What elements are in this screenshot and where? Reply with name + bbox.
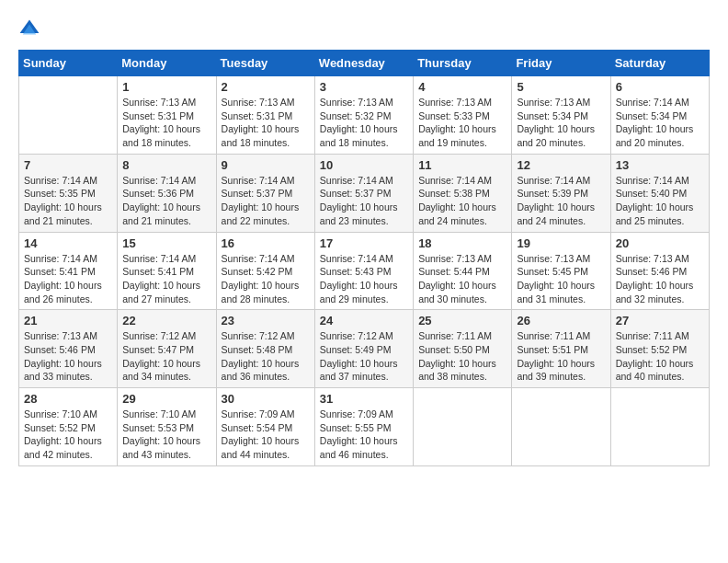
day-info: Sunrise: 7:14 AMSunset: 5:36 PMDaylight:… [122, 174, 210, 228]
day-info: Sunrise: 7:14 AMSunset: 5:40 PMDaylight:… [616, 174, 704, 228]
calendar-cell: 18Sunrise: 7:13 AMSunset: 5:44 PMDayligh… [414, 232, 512, 310]
day-number: 29 [122, 392, 210, 406]
day-info: Sunrise: 7:13 AMSunset: 5:45 PMDaylight:… [517, 252, 605, 306]
day-number: 28 [24, 392, 112, 406]
day-number: 22 [122, 314, 210, 327]
day-number: 2 [222, 80, 310, 94]
calendar-table: SundayMondayTuesdayWednesdayThursdayFrid… [18, 50, 710, 466]
calendar-cell: 13Sunrise: 7:14 AMSunset: 5:40 PMDayligh… [610, 154, 709, 232]
calendar-cell: 22Sunrise: 7:12 AMSunset: 5:47 PMDayligh… [118, 310, 216, 388]
calendar-cell [19, 76, 118, 155]
day-info: Sunrise: 7:13 AMSunset: 5:34 PMDaylight:… [517, 96, 605, 150]
week-row-4: 21Sunrise: 7:13 AMSunset: 5:46 PMDayligh… [19, 310, 710, 388]
day-number: 26 [517, 314, 605, 327]
calendar-cell: 4Sunrise: 7:13 AMSunset: 5:33 PMDaylight… [414, 76, 512, 155]
day-number: 20 [616, 236, 704, 250]
calendar-cell: 30Sunrise: 7:09 AMSunset: 5:54 PMDayligh… [216, 388, 314, 466]
day-number: 3 [320, 80, 408, 94]
calendar-cell: 15Sunrise: 7:14 AMSunset: 5:41 PMDayligh… [118, 232, 216, 310]
calendar-cell: 29Sunrise: 7:10 AMSunset: 5:53 PMDayligh… [118, 388, 216, 466]
day-info: Sunrise: 7:14 AMSunset: 5:41 PMDaylight:… [24, 252, 112, 306]
day-number: 24 [320, 314, 408, 327]
calendar-cell [414, 388, 512, 466]
day-number: 19 [517, 236, 605, 250]
day-info: Sunrise: 7:12 AMSunset: 5:49 PMDaylight:… [320, 329, 408, 384]
day-info: Sunrise: 7:13 AMSunset: 5:32 PMDaylight:… [320, 96, 408, 150]
calendar-cell: 14Sunrise: 7:14 AMSunset: 5:41 PMDayligh… [19, 232, 118, 310]
day-number: 7 [24, 158, 112, 172]
calendar-cell: 2Sunrise: 7:13 AMSunset: 5:31 PMDaylight… [216, 76, 314, 155]
day-info: Sunrise: 7:10 AMSunset: 5:53 PMDaylight:… [122, 408, 210, 462]
calendar-cell: 28Sunrise: 7:10 AMSunset: 5:52 PMDayligh… [19, 388, 118, 466]
calendar-cell: 26Sunrise: 7:11 AMSunset: 5:51 PMDayligh… [512, 310, 610, 388]
day-info: Sunrise: 7:11 AMSunset: 5:52 PMDaylight:… [616, 329, 704, 384]
calendar-cell: 25Sunrise: 7:11 AMSunset: 5:50 PMDayligh… [414, 310, 512, 388]
day-info: Sunrise: 7:13 AMSunset: 5:31 PMDaylight:… [222, 96, 310, 150]
calendar-cell: 16Sunrise: 7:14 AMSunset: 5:42 PMDayligh… [216, 232, 314, 310]
day-number: 4 [418, 80, 506, 94]
calendar-cell: 3Sunrise: 7:13 AMSunset: 5:32 PMDaylight… [314, 76, 413, 155]
calendar-cell: 9Sunrise: 7:14 AMSunset: 5:37 PMDaylight… [216, 154, 314, 232]
calendar-cell: 7Sunrise: 7:14 AMSunset: 5:35 PMDaylight… [19, 154, 118, 232]
header-monday: Monday [118, 51, 216, 76]
day-number: 13 [616, 158, 704, 172]
page-header [18, 18, 710, 40]
week-row-5: 28Sunrise: 7:10 AMSunset: 5:52 PMDayligh… [19, 388, 710, 466]
day-number: 31 [320, 392, 408, 406]
day-info: Sunrise: 7:14 AMSunset: 5:37 PMDaylight:… [320, 174, 408, 228]
day-info: Sunrise: 7:12 AMSunset: 5:47 PMDaylight:… [122, 329, 210, 384]
calendar-cell: 23Sunrise: 7:12 AMSunset: 5:48 PMDayligh… [216, 310, 314, 388]
day-number: 6 [616, 80, 704, 94]
day-info: Sunrise: 7:14 AMSunset: 5:42 PMDaylight:… [222, 252, 310, 306]
day-info: Sunrise: 7:11 AMSunset: 5:50 PMDaylight:… [418, 329, 506, 384]
calendar-cell: 6Sunrise: 7:14 AMSunset: 5:34 PMDaylight… [610, 76, 709, 155]
day-number: 25 [418, 314, 506, 327]
logo-icon [18, 18, 40, 40]
day-info: Sunrise: 7:10 AMSunset: 5:52 PMDaylight:… [24, 408, 112, 462]
day-info: Sunrise: 7:12 AMSunset: 5:48 PMDaylight:… [222, 329, 310, 384]
day-info: Sunrise: 7:14 AMSunset: 5:35 PMDaylight:… [24, 174, 112, 228]
calendar-cell: 11Sunrise: 7:14 AMSunset: 5:38 PMDayligh… [414, 154, 512, 232]
header-friday: Friday [512, 51, 610, 76]
header-row: SundayMondayTuesdayWednesdayThursdayFrid… [19, 51, 710, 76]
day-info: Sunrise: 7:14 AMSunset: 5:43 PMDaylight:… [320, 252, 408, 306]
day-number: 16 [222, 236, 310, 250]
day-number: 1 [122, 80, 210, 94]
calendar-cell: 19Sunrise: 7:13 AMSunset: 5:45 PMDayligh… [512, 232, 610, 310]
day-info: Sunrise: 7:13 AMSunset: 5:31 PMDaylight:… [122, 96, 210, 150]
day-number: 12 [517, 158, 605, 172]
day-number: 17 [320, 236, 408, 250]
week-row-3: 14Sunrise: 7:14 AMSunset: 5:41 PMDayligh… [19, 232, 710, 310]
day-number: 9 [222, 158, 310, 172]
logo [18, 18, 44, 40]
day-number: 23 [222, 314, 310, 327]
calendar-cell: 27Sunrise: 7:11 AMSunset: 5:52 PMDayligh… [610, 310, 709, 388]
week-row-1: 1Sunrise: 7:13 AMSunset: 5:31 PMDaylight… [19, 76, 710, 155]
day-number: 14 [24, 236, 112, 250]
calendar-cell: 12Sunrise: 7:14 AMSunset: 5:39 PMDayligh… [512, 154, 610, 232]
day-number: 27 [616, 314, 704, 327]
calendar-cell [512, 388, 610, 466]
day-info: Sunrise: 7:13 AMSunset: 5:33 PMDaylight:… [418, 96, 506, 150]
header-sunday: Sunday [19, 51, 118, 76]
day-info: Sunrise: 7:14 AMSunset: 5:37 PMDaylight:… [222, 174, 310, 228]
calendar-cell: 10Sunrise: 7:14 AMSunset: 5:37 PMDayligh… [314, 154, 413, 232]
day-info: Sunrise: 7:13 AMSunset: 5:46 PMDaylight:… [24, 329, 112, 384]
week-row-2: 7Sunrise: 7:14 AMSunset: 5:35 PMDaylight… [19, 154, 710, 232]
header-thursday: Thursday [414, 51, 512, 76]
calendar-cell: 20Sunrise: 7:13 AMSunset: 5:46 PMDayligh… [610, 232, 709, 310]
day-info: Sunrise: 7:09 AMSunset: 5:54 PMDaylight:… [222, 408, 310, 462]
calendar-cell: 21Sunrise: 7:13 AMSunset: 5:46 PMDayligh… [19, 310, 118, 388]
day-number: 5 [517, 80, 605, 94]
day-number: 15 [122, 236, 210, 250]
calendar-cell: 8Sunrise: 7:14 AMSunset: 5:36 PMDaylight… [118, 154, 216, 232]
day-number: 8 [122, 158, 210, 172]
calendar-cell: 1Sunrise: 7:13 AMSunset: 5:31 PMDaylight… [118, 76, 216, 155]
calendar-cell [610, 388, 709, 466]
day-info: Sunrise: 7:13 AMSunset: 5:44 PMDaylight:… [418, 252, 506, 306]
calendar-cell: 31Sunrise: 7:09 AMSunset: 5:55 PMDayligh… [314, 388, 413, 466]
day-info: Sunrise: 7:14 AMSunset: 5:34 PMDaylight:… [616, 96, 704, 150]
header-wednesday: Wednesday [314, 51, 413, 76]
day-number: 21 [24, 314, 112, 327]
day-number: 11 [418, 158, 506, 172]
